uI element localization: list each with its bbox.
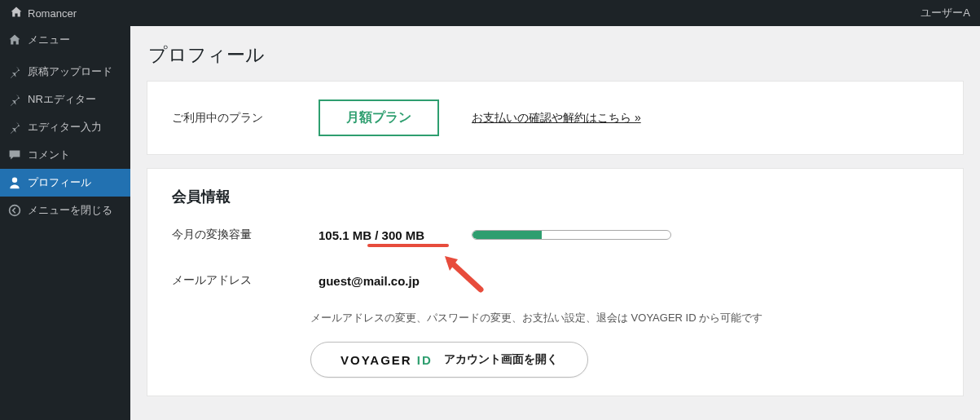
member-note: メールアドレスの変更、パスワードの変更、お支払い設定、退会は VOYAGER I… xyxy=(310,311,938,325)
main-content: プロフィール ご利用中のプラン 月額プラン お支払いの確認や解約はこちら » 会… xyxy=(130,26,980,420)
sidebar-item-collapse[interactable]: メニューを閉じる xyxy=(0,197,130,224)
payment-link[interactable]: お支払いの確認や解約はこちら » xyxy=(472,111,641,126)
email-label: メールアドレス xyxy=(172,273,286,288)
svg-point-0 xyxy=(10,206,20,216)
plan-panel: ご利用中のプラン 月額プラン お支払いの確認や解約はこちら » xyxy=(147,81,964,155)
sidebar-item-label: メニュー xyxy=(28,33,70,47)
sidebar-item-nr-editor[interactable]: NRエディター xyxy=(0,86,130,113)
quota-progress xyxy=(472,230,671,240)
quota-progress-fill xyxy=(472,231,542,239)
sidebar-item-editor-input[interactable]: エディター入力 xyxy=(0,113,130,141)
voyager-button-label: アカウント画面を開く xyxy=(444,352,558,367)
sidebar-item-label: NRエディター xyxy=(28,92,96,107)
sidebar-item-label: プロフィール xyxy=(28,175,91,190)
member-panel: 会員情報 今月の変換容量 105.1 MB / 300 MB メールアドレス g… xyxy=(147,168,964,396)
pin-icon xyxy=(8,121,21,134)
pin-icon xyxy=(8,93,21,106)
plan-badge: 月額プラン xyxy=(319,99,439,136)
sidebar-item-label: コメント xyxy=(28,148,70,162)
quota-value: 105.1 MB / 300 MB xyxy=(319,228,424,242)
brand-label: Romancer xyxy=(28,7,77,20)
sidebar: メニュー 原稿アップロード NRエディター エディター入力 コメント プロフィー… xyxy=(0,26,130,420)
home-icon xyxy=(10,6,23,21)
topbar: Romancer ユーザーA xyxy=(0,0,980,26)
sidebar-item-label: 原稿アップロード xyxy=(28,64,112,79)
annotation-underline xyxy=(367,244,449,247)
collapse-icon xyxy=(8,204,21,217)
topbar-user[interactable]: ユーザーA xyxy=(921,6,970,20)
page-title: プロフィール xyxy=(147,42,964,68)
topbar-brand[interactable]: Romancer xyxy=(10,6,77,21)
quota-row: 今月の変換容量 105.1 MB / 300 MB xyxy=(172,228,938,242)
plan-label: ご利用中のプラン xyxy=(172,111,286,126)
email-row: メールアドレス guest@mail.co.jp xyxy=(172,273,938,288)
sidebar-item-comments[interactable]: コメント xyxy=(0,141,130,169)
comment-icon xyxy=(8,148,21,161)
sidebar-item-upload[interactable]: 原稿アップロード xyxy=(0,58,130,86)
person-icon xyxy=(8,176,21,189)
pin-icon xyxy=(8,65,21,78)
email-value: guest@mail.co.jp xyxy=(319,274,420,288)
sidebar-item-label: メニューを閉じる xyxy=(28,203,112,218)
member-section-title: 会員情報 xyxy=(172,187,938,206)
voyager-id-button[interactable]: VOYAGER ID アカウント画面を開く xyxy=(310,342,588,378)
quota-label: 今月の変換容量 xyxy=(172,228,286,242)
sidebar-item-menu[interactable]: メニュー xyxy=(0,26,130,54)
home-icon xyxy=(8,33,21,46)
voyager-logo: VOYAGER ID xyxy=(341,353,433,367)
sidebar-item-profile[interactable]: プロフィール xyxy=(0,169,130,197)
sidebar-item-label: エディター入力 xyxy=(28,120,102,135)
